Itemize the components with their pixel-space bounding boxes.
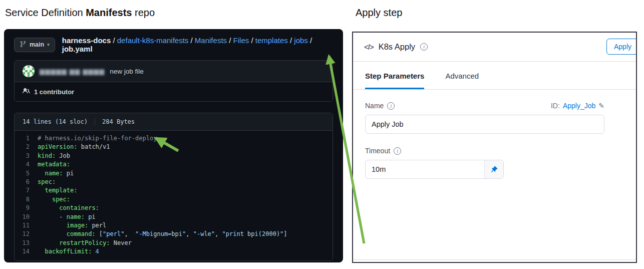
code-line: 6spec:: [15, 178, 333, 186]
code-line: 13 restartPolicy: Never: [15, 239, 333, 247]
section-divider: [353, 259, 636, 260]
code-line: 5 name: pi: [15, 169, 333, 178]
github-repo-panel: main ▾ harness-docs / default-k8s-manife…: [4, 29, 343, 262]
code-text: template:: [38, 186, 77, 195]
step-header: </> K8s Apply i Apply: [353, 33, 636, 62]
left-panel-title: Service Definition Manifests repo: [5, 7, 155, 19]
avatar[interactable]: [23, 65, 35, 77]
name-field-label: Name: [365, 102, 384, 110]
line-number[interactable]: 9: [15, 204, 38, 212]
timeout-input[interactable]: 10m: [365, 160, 504, 179]
right-panel-title: Apply step: [356, 7, 402, 19]
breadcrumb-separator: /: [111, 36, 117, 45]
line-number[interactable]: 8: [15, 195, 38, 204]
git-branch-icon: [20, 41, 27, 49]
line-number[interactable]: 7: [15, 186, 38, 195]
code-step-icon: </>: [364, 43, 374, 51]
code-line: 14 backoffLimit: 4: [15, 247, 333, 256]
latest-commit-box: ▆▆▆▆▆ ▆▆ ▆▆▆▆ new job file 1 contributor: [14, 60, 333, 102]
title-text: Service Definition: [5, 7, 86, 18]
code-text: restartPolicy: Never: [38, 239, 132, 247]
breadcrumb-link[interactable]: Files: [233, 36, 249, 45]
breadcrumb-current-file: job.yaml: [62, 45, 93, 53]
step-tabs: Step Parameters Advanced: [353, 62, 636, 90]
code-text: name: pi: [38, 169, 74, 178]
chevron-down-icon: ▾: [47, 42, 50, 47]
code-line: 8 spec:: [15, 195, 333, 204]
commit-message-link[interactable]: new job file: [110, 68, 144, 75]
code-block: 1# harness.io/skip-file-for-deploy2apiVe…: [15, 131, 333, 260]
code-text: # harness.io/skip-file-for-deploy: [38, 134, 157, 143]
repo-header: main ▾ harness-docs / default-k8s-manife…: [4, 29, 343, 58]
breadcrumb-link[interactable]: jobs: [294, 36, 308, 45]
branch-selector-button[interactable]: main ▾: [14, 38, 55, 52]
line-number[interactable]: 1: [15, 134, 38, 143]
line-number[interactable]: 11: [15, 221, 38, 230]
info-icon[interactable]: i: [394, 147, 401, 155]
contributors-row[interactable]: 1 contributor: [15, 82, 333, 101]
file-view-box: 14 lines (14 sloc) 284 Bytes 1# harness.…: [14, 113, 333, 261]
file-lines-count: 14 lines (14 sloc): [23, 118, 88, 125]
line-number[interactable]: 2: [15, 143, 38, 151]
code-line: 3kind: Job: [15, 152, 333, 160]
breadcrumb-separator: /: [249, 36, 255, 45]
step-parameters-form: Name i ID: Apply_Job ✎ Apply Job Timeout…: [353, 90, 636, 262]
code-line: 11 image: perl: [15, 221, 333, 230]
code-text: backoffLimit: 4: [38, 247, 99, 256]
line-number[interactable]: 4: [15, 160, 38, 169]
info-icon[interactable]: i: [420, 43, 428, 51]
line-number[interactable]: 13: [15, 239, 38, 247]
code-text: metadata:: [38, 160, 70, 169]
code-line: 4metadata:: [15, 160, 333, 169]
timeout-field-label: Timeout: [365, 147, 390, 155]
breadcrumb-links: / default-k8s-manifests / Manifests / Fi…: [111, 36, 308, 45]
code-text: containers:: [38, 204, 99, 212]
code-text: spec:: [38, 195, 70, 204]
breadcrumb-link[interactable]: Manifests: [195, 36, 227, 45]
breadcrumb-link[interactable]: templates: [255, 36, 288, 45]
line-number[interactable]: 6: [15, 178, 38, 186]
step-id-link[interactable]: Apply_Job: [563, 102, 595, 110]
line-number[interactable]: 12: [15, 230, 38, 238]
breadcrumb-separator: /: [227, 36, 233, 45]
code-text: kind: Job: [38, 152, 70, 160]
code-text: spec:: [38, 178, 56, 186]
line-number[interactable]: 14: [15, 247, 38, 256]
code-line: 12 command: ["perl", "-Mbignum=bpi", "-w…: [15, 230, 333, 238]
pin-icon[interactable]: [484, 160, 503, 178]
line-number[interactable]: 10: [15, 213, 38, 221]
code-text: apiVersion: batch/v1: [38, 143, 110, 151]
k8s-apply-step-panel: </> K8s Apply i Apply Step Parameters Ad…: [352, 32, 637, 263]
code-text: command: ["perl", "-Mbignum=bpi", "-wle"…: [38, 230, 287, 238]
code-line: 9 containers:: [15, 204, 333, 212]
branch-name: main: [30, 41, 44, 48]
line-number[interactable]: 3: [15, 152, 38, 160]
breadcrumb-separator: /: [308, 36, 312, 45]
contributors-count: 1 contributor: [34, 88, 74, 96]
code-line: 7 template:: [15, 186, 333, 195]
timeout-input-value: 10m: [366, 165, 484, 173]
edit-id-icon[interactable]: ✎: [598, 102, 604, 110]
code-line: 2apiVersion: batch/v1: [15, 143, 333, 151]
commit-author-redacted: ▆▆▆▆▆ ▆▆ ▆▆▆▆: [40, 68, 105, 75]
line-number[interactable]: 5: [15, 169, 38, 178]
code-line: 10 - name: pi: [15, 213, 333, 221]
code-text: - name: pi: [38, 213, 96, 221]
apply-changes-button[interactable]: Apply: [606, 39, 637, 55]
breadcrumb-separator: /: [288, 36, 294, 45]
name-input[interactable]: Apply Job: [365, 115, 604, 134]
name-input-value: Apply Job: [366, 120, 604, 128]
file-size: 284 Bytes: [95, 118, 135, 125]
breadcrumb-repo-link[interactable]: harness-docs: [62, 36, 111, 45]
title-text: repo: [132, 7, 155, 18]
tab-step-parameters[interactable]: Step Parameters: [365, 72, 424, 89]
step-title: K8s Apply: [379, 42, 415, 52]
code-text: image: perl: [38, 221, 106, 230]
info-icon[interactable]: i: [387, 102, 395, 110]
tab-advanced[interactable]: Advanced: [445, 72, 479, 89]
code-line: 1# harness.io/skip-file-for-deploy: [15, 134, 333, 143]
id-label: ID:: [551, 102, 560, 110]
file-meta-bar: 14 lines (14 sloc) 284 Bytes: [15, 113, 333, 131]
breadcrumb-separator: /: [188, 36, 195, 45]
breadcrumb-link[interactable]: default-k8s-manifests: [117, 36, 189, 45]
